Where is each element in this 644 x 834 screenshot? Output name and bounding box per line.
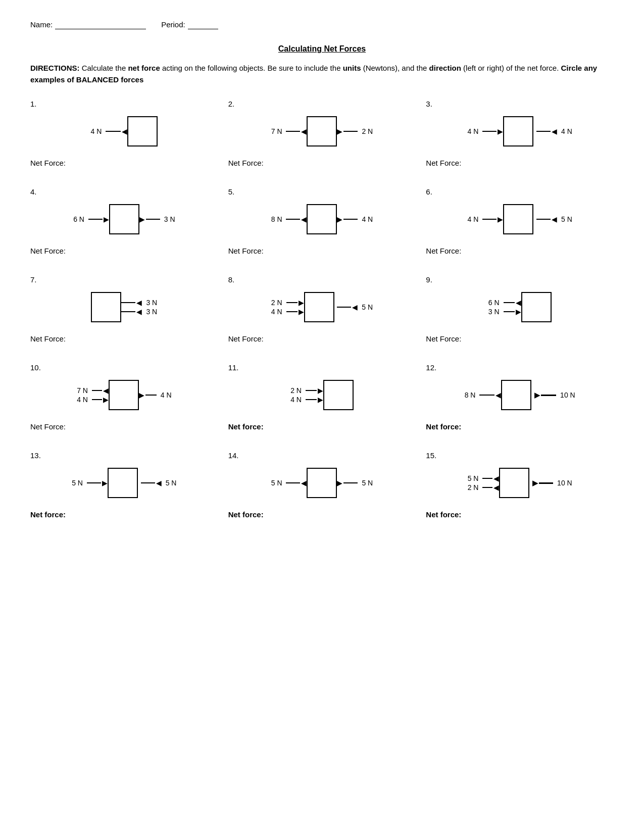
problem-10-diagram: 7 N ◀ 4 N ▶ ▶ 4 N: [30, 375, 218, 415]
problem-13-net-force: Net force:: [30, 510, 218, 519]
problem-11-number: 11.: [228, 363, 416, 372]
name-underline: [55, 20, 146, 29]
p14-right-force: ▶ 5 N: [337, 479, 373, 487]
name-label: Name:: [30, 20, 53, 29]
problem-12-diagram: 8 N ◀ ▶ 10 N: [426, 375, 614, 415]
problem-6-net-force: Net Force:: [426, 247, 614, 255]
problem-1-diagram: 4 N ◀: [30, 111, 218, 152]
p15-left-stacked: 5 N ◀ 2 N ◀: [468, 474, 500, 492]
problem-11: 11. 2 N ▶ 4 N ▶ Net force: [228, 363, 416, 431]
p8-force-bot: 4 N ▶: [271, 308, 304, 316]
directions-bold-header: DIRECTIONS:: [30, 64, 80, 72]
problem-3-net-force: Net Force:: [426, 159, 614, 167]
p3-right-force: ◀ 4 N: [533, 127, 572, 135]
problem-5: 5. 8 N ◀ ▶ 4 N Net Force:: [228, 187, 416, 255]
p14-line-r: [343, 482, 358, 483]
problem-13-number: 13.: [30, 451, 218, 460]
problem-8-diagram: 2 N ▶ 4 N ▶ ◀ 5 N: [228, 287, 416, 327]
p4-line-r: [146, 219, 160, 220]
problem-8-net-force: Net Force:: [228, 334, 416, 343]
problem-4-net-force: Net Force:: [30, 247, 218, 255]
p7-line-t: [121, 302, 135, 303]
period-label: Period:: [161, 20, 185, 29]
p10-force-top: 7 N ◀: [77, 386, 109, 395]
period-field: Period:: [161, 20, 218, 29]
p9-force-top: 6 N ◀: [488, 299, 521, 307]
problem-3-diagram: 4 N ▶ ◀ 4 N: [426, 111, 614, 152]
p8-force-top: 2 N ▶: [271, 299, 304, 307]
p9-box: [521, 292, 552, 322]
p3-box: [503, 116, 533, 146]
p2-left-force: 7 N ◀: [271, 127, 307, 135]
problem-3-number: 3.: [426, 100, 614, 108]
problem-5-diagram: 8 N ◀ ▶ 4 N: [228, 199, 416, 239]
p4-line-l: [88, 219, 103, 220]
p15-line-r: [539, 482, 553, 484]
problem-1-net-force: Net Force:: [30, 159, 218, 167]
problem-4-diagram: 6 N ▶ ▶ 3 N: [30, 199, 218, 239]
p8-right-force: ◀ 5 N: [334, 303, 373, 311]
p11-force-bot: 4 N ▶: [290, 396, 323, 404]
problem-14-number: 14.: [228, 451, 416, 460]
problem-4: 4. 6 N ▶ ▶ 3 N Net Force:: [30, 187, 218, 255]
p5-right-force: ▶ 4 N: [337, 215, 373, 223]
p15-box: [499, 468, 529, 498]
p9-line-b: [504, 311, 515, 312]
problem-9-net-force: Net Force:: [426, 334, 614, 343]
p2-line-l: [286, 131, 300, 132]
p10-line-t: [92, 390, 102, 391]
p15-force-bot: 2 N ◀: [468, 483, 500, 492]
problem-14-net-force: Net force:: [228, 510, 416, 519]
p3-line-r: [536, 131, 551, 132]
p8-box: [304, 292, 334, 322]
p8-line-t: [286, 302, 298, 303]
problem-13-diagram: 5 N ▶ ◀ 5 N: [30, 463, 218, 503]
problem-8-number: 8.: [228, 275, 416, 284]
p6-left-force: 4 N ▶: [468, 215, 504, 223]
period-underline: [188, 20, 218, 29]
p5-box: [307, 204, 337, 234]
p13-line-l: [87, 482, 101, 483]
p10-force-bot: 4 N ▶: [77, 396, 109, 404]
problem-9: 9. 6 N ◀ 3 N ▶ Net Force:: [426, 275, 614, 343]
p3-left-force: 4 N ▶: [468, 127, 504, 135]
p12-right-force: ▶ 10 N: [531, 391, 575, 399]
problem-7-net-force: Net Force:: [30, 334, 218, 343]
p13-box: [108, 468, 138, 498]
problem-5-number: 5.: [228, 187, 416, 196]
problem-9-diagram: 6 N ◀ 3 N ▶: [426, 287, 614, 327]
problem-2-number: 2.: [228, 100, 416, 108]
problem-13: 13. 5 N ▶ ◀ 5 N Net force:: [30, 451, 218, 519]
problem-10-number: 10.: [30, 363, 218, 372]
problem-15-number: 15.: [426, 451, 614, 460]
p7-stacked: ◀ 3 N ◀ 3 N: [121, 299, 157, 316]
p12-line-r: [541, 395, 556, 396]
p1-line: [106, 131, 121, 132]
bold-circle: Circle any examples of BALANCED forces: [30, 64, 597, 84]
problem-1: 1. 4 N ◀ Net Force:: [30, 100, 218, 167]
bold-direction: direction: [429, 64, 461, 72]
p15-right-force: ▶ 10 N: [529, 479, 572, 487]
p13-line-r: [141, 482, 155, 483]
p7-box: [91, 292, 121, 322]
p14-line-l: [286, 482, 300, 483]
p12-line-l: [479, 395, 494, 396]
p10-right-force: ▶ 4 N: [139, 391, 172, 399]
p13-right-force: ◀ 5 N: [138, 479, 177, 487]
problem-6-number: 6.: [426, 187, 614, 196]
problem-12-net-force: Net force:: [426, 422, 614, 431]
p6-line-r: [536, 219, 551, 220]
problem-2: 2. 7 N ◀ ▶ 2 N Net Force:: [228, 100, 416, 167]
problem-15-net-force: Net force:: [426, 510, 614, 519]
p1-box: [127, 116, 158, 146]
p8-line-r: [337, 307, 351, 308]
p9-force-bot: 3 N ▶: [488, 308, 521, 316]
problem-15-diagram: 5 N ◀ 2 N ◀ ▶ 10 N: [426, 463, 614, 503]
p2-line-r: [343, 131, 358, 132]
problem-2-net-force: Net Force:: [228, 159, 416, 167]
problem-12-number: 12.: [426, 363, 614, 372]
p14-box: [307, 468, 337, 498]
p2-box: [307, 116, 337, 146]
p7-force-bot: ◀ 3 N: [121, 308, 157, 316]
p10-line-r: [145, 395, 157, 396]
